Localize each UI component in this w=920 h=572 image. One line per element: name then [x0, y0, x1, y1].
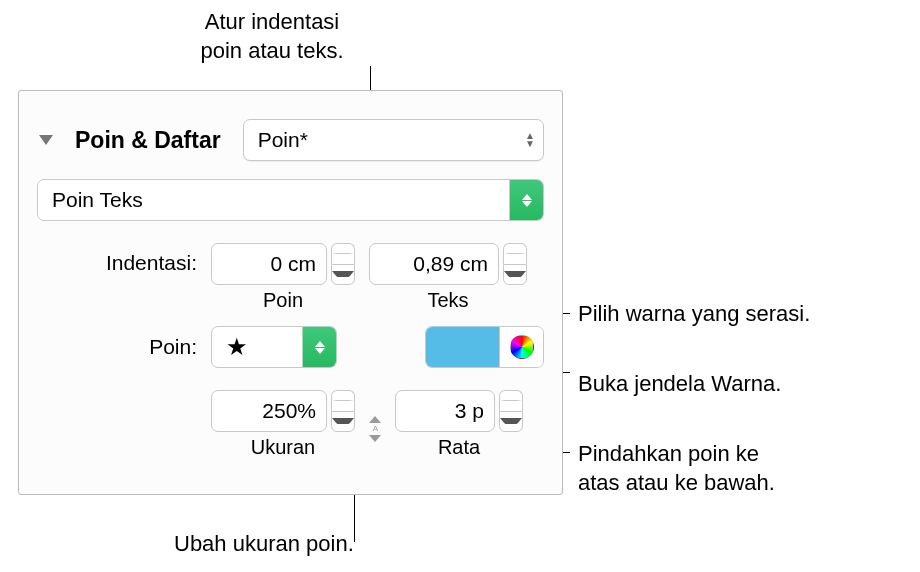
list-style-popup[interactable]: Poin* ▲▼	[243, 119, 544, 161]
text-indent-sublabel: Teks	[427, 289, 468, 312]
callout-indent: Atur indentasi poin atau teks.	[172, 8, 372, 65]
bullet-color-well[interactable]	[425, 326, 544, 368]
indent-label: Indentasi:	[37, 243, 197, 275]
size-sublabel: Ukuran	[251, 436, 315, 459]
size-input[interactable]	[211, 390, 327, 432]
align-stepper[interactable]	[395, 390, 523, 432]
color-swatch[interactable]	[426, 327, 499, 367]
section-title: Poin & Daftar	[75, 127, 221, 154]
popup-arrows-icon	[302, 327, 336, 367]
chevron-updown-icon: ▲▼	[525, 133, 535, 147]
stepper-buttons[interactable]	[331, 243, 355, 285]
callout-color-wheel: Buka jendela Warna.	[578, 370, 781, 399]
popup-label: Poin Teks	[52, 188, 509, 212]
bullet-glyph-icon: ★	[226, 333, 302, 361]
color-wheel-icon	[510, 335, 534, 359]
bullet-indent-input[interactable]	[211, 243, 327, 285]
callout-align: Pindahkan poin ke atas atau ke bawah.	[578, 440, 775, 497]
bullet-type-popup[interactable]: Poin Teks	[37, 179, 544, 221]
bullet-indent-sublabel: Poin	[263, 289, 303, 312]
color-wheel-button[interactable]	[499, 327, 543, 367]
baseline-shift-icon: A	[369, 408, 381, 442]
stepper-buttons[interactable]	[503, 243, 527, 285]
size-stepper[interactable]	[211, 390, 355, 432]
align-sublabel: Rata	[438, 436, 480, 459]
stepper-buttons[interactable]	[331, 390, 355, 432]
bullet-glyph-label: Poin:	[37, 335, 197, 359]
align-input[interactable]	[395, 390, 495, 432]
popup-arrows-icon	[509, 180, 543, 220]
popup-label: Poin*	[258, 128, 308, 152]
bullet-glyph-popup[interactable]: ★	[211, 326, 337, 368]
bullets-lists-panel: Poin & Daftar Poin* ▲▼ Poin Teks Indenta…	[18, 90, 563, 495]
stepper-buttons[interactable]	[499, 390, 523, 432]
callout-color-swatch: Pilih warna yang serasi.	[578, 300, 810, 329]
bullet-indent-stepper[interactable]	[211, 243, 355, 285]
callout-size: Ubah ukuran poin.	[174, 530, 354, 559]
text-indent-input[interactable]	[369, 243, 499, 285]
text-indent-stepper[interactable]	[369, 243, 527, 285]
disclosure-triangle-icon[interactable]	[39, 135, 53, 145]
